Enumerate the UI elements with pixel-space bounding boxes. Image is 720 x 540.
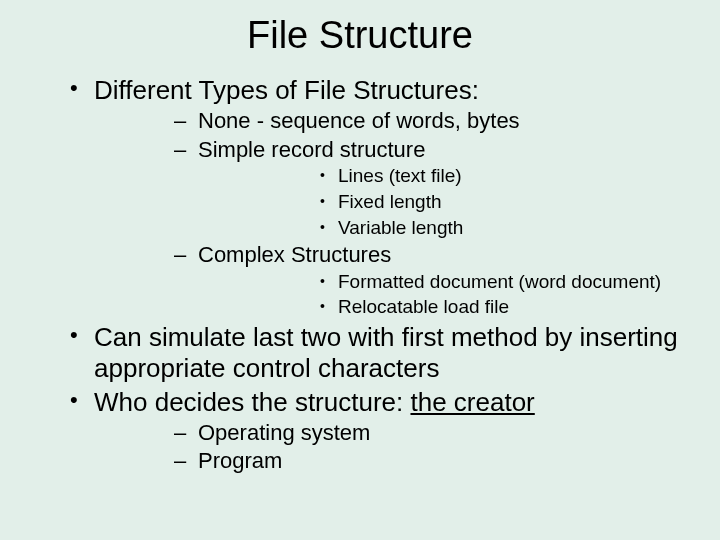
bullet-list-level2: None - sequence of words, bytes Simple r… <box>94 107 690 320</box>
slide-title: File Structure <box>30 14 690 57</box>
bullet-complex-structures: Complex Structures Formatted document (w… <box>94 241 690 320</box>
bullet-list-level1: Different Types of File Structures: None… <box>30 75 690 475</box>
bullet-program: Program <box>94 447 690 475</box>
bullet-variable-length: Variable length <box>198 216 690 241</box>
bullet-formatted-doc: Formatted document (word document) <box>198 270 690 295</box>
bullet-text: Different Types of File Structures: <box>94 75 479 105</box>
bullet-relocatable: Relocatable load file <box>198 295 690 320</box>
slide: File Structure Different Types of File S… <box>0 0 720 540</box>
bullet-list-level3: Formatted document (word document) Reloc… <box>198 270 690 320</box>
bullet-list-level3: Lines (text file) Fixed length Variable … <box>198 164 690 240</box>
bullet-text-prefix: Who decides the structure: <box>94 387 410 417</box>
bullet-text-underlined: the creator <box>410 387 534 417</box>
bullet-types-heading: Different Types of File Structures: None… <box>30 75 690 320</box>
bullet-simple-record: Simple record structure Lines (text file… <box>94 136 690 241</box>
bullet-os: Operating system <box>94 419 690 447</box>
bullet-list-level2: Operating system Program <box>94 419 690 475</box>
bullet-who-decides: Who decides the structure: the creator O… <box>30 387 690 475</box>
bullet-text: Simple record structure <box>198 137 425 162</box>
bullet-text: Complex Structures <box>198 242 391 267</box>
bullet-fixed-length: Fixed length <box>198 190 690 215</box>
bullet-lines: Lines (text file) <box>198 164 690 189</box>
bullet-simulate: Can simulate last two with first method … <box>30 322 690 384</box>
bullet-none: None - sequence of words, bytes <box>94 107 690 135</box>
